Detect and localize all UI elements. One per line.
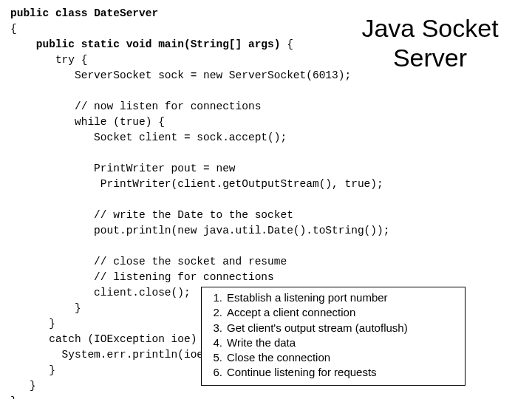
step-text: Accept a client connection	[227, 305, 355, 320]
step-number: 2.	[206, 305, 222, 320]
code-line: }	[10, 302, 81, 314]
step-text: Write the data	[227, 335, 296, 350]
code-line: Socket client = sock.accept();	[10, 132, 287, 143]
steps-list: 1.Establish a listening port number 2.Ac…	[206, 290, 460, 381]
list-item: 3.Get client's output stream (autoflush)	[206, 321, 460, 335]
slide-title: Java Socket Server	[356, 13, 504, 72]
code-line: System.err.println(ioe);	[10, 349, 216, 361]
step-number: 1.	[206, 290, 222, 305]
step-text: Get client's output stream (autoflush)	[227, 321, 408, 335]
step-text: Continue listening for requests	[227, 365, 377, 380]
code-line: client.close();	[10, 287, 191, 299]
list-item: 5.Close the connection	[206, 350, 460, 365]
code-line: {	[10, 23, 17, 35]
list-item: 6.Continue listening for requests	[206, 365, 460, 380]
step-number: 3.	[206, 321, 222, 335]
code-line: }	[10, 364, 55, 376]
code-line: PrintWriter(client.getOutputStream(), tr…	[10, 178, 383, 190]
code-line: try {	[10, 54, 87, 66]
list-item: 4.Write the data	[206, 335, 460, 350]
code-line: while (true) {	[10, 116, 165, 128]
list-item: 2.Accept a client connection	[206, 305, 460, 320]
code-line: PrintWriter pout = new	[10, 163, 236, 174]
code-line: public class DateServer	[10, 7, 158, 19]
step-text: Close the connection	[227, 350, 330, 365]
code-line: // close the socket and resume	[10, 256, 287, 267]
step-number: 6.	[206, 365, 222, 380]
step-number: 5.	[206, 350, 222, 365]
step-number: 4.	[206, 335, 222, 350]
list-item: 1.Establish a listening port number	[206, 290, 460, 305]
code-line: }	[10, 395, 17, 399]
step-text: Establish a listening port number	[227, 290, 388, 305]
code-line: }	[10, 318, 55, 330]
code-line: catch (IOException ioe) {	[10, 333, 210, 345]
code-line: }	[10, 380, 36, 392]
code-line: // now listen for connections	[10, 100, 261, 112]
code-line: // listening for connections	[10, 271, 274, 283]
code-line: pout.println(new java.util.Date().toStri…	[10, 225, 389, 236]
code-line: ServerSocket sock = new ServerSocket(601…	[10, 69, 351, 81]
code-line: // write the Date to the socket	[10, 209, 293, 221]
steps-box: 1.Establish a listening port number 2.Ac…	[201, 287, 466, 386]
code-line: public static void main(String[] args) {	[10, 38, 293, 50]
